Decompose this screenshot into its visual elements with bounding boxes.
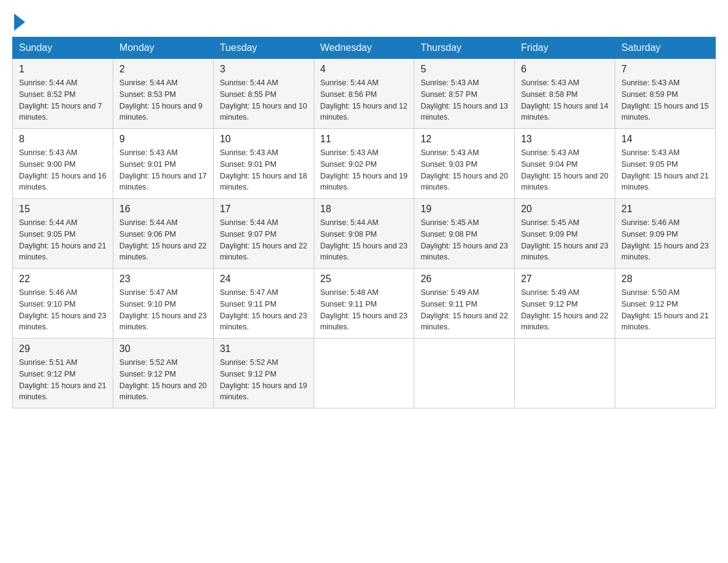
calendar-cell: 5 Sunrise: 5:43 AM Sunset: 8:57 PM Dayli…	[414, 59, 515, 129]
weekday-header-sunday: Sunday	[13, 37, 113, 59]
day-info: Sunrise: 5:43 AM Sunset: 9:03 PM Dayligh…	[420, 147, 508, 193]
day-info: Sunrise: 5:44 AM Sunset: 9:05 PM Dayligh…	[19, 217, 107, 263]
day-number: 12	[420, 134, 508, 145]
calendar-cell	[515, 339, 615, 408]
day-number: 5	[420, 64, 508, 75]
day-info: Sunrise: 5:43 AM Sunset: 8:58 PM Dayligh…	[521, 77, 609, 123]
day-number: 30	[119, 343, 207, 354]
day-info: Sunrise: 5:43 AM Sunset: 9:05 PM Dayligh…	[621, 147, 709, 193]
calendar-cell: 29 Sunrise: 5:51 AM Sunset: 9:12 PM Dayl…	[13, 339, 113, 408]
calendar-cell	[615, 339, 716, 408]
calendar-cell	[314, 339, 414, 408]
calendar-cell: 7 Sunrise: 5:43 AM Sunset: 8:59 PM Dayli…	[615, 59, 716, 129]
calendar-cell: 22 Sunrise: 5:46 AM Sunset: 9:10 PM Dayl…	[13, 269, 113, 339]
day-info: Sunrise: 5:43 AM Sunset: 8:59 PM Dayligh…	[621, 77, 709, 123]
day-number: 20	[521, 204, 609, 215]
day-info: Sunrise: 5:44 AM Sunset: 8:56 PM Dayligh…	[320, 77, 408, 123]
calendar-cell: 25 Sunrise: 5:48 AM Sunset: 9:11 PM Dayl…	[314, 269, 414, 339]
calendar-cell: 23 Sunrise: 5:47 AM Sunset: 9:10 PM Dayl…	[113, 269, 213, 339]
day-number: 24	[220, 274, 308, 285]
day-number: 14	[621, 134, 709, 145]
calendar-cell: 27 Sunrise: 5:49 AM Sunset: 9:12 PM Dayl…	[515, 269, 615, 339]
calendar-cell: 1 Sunrise: 5:44 AM Sunset: 8:52 PM Dayli…	[13, 59, 113, 129]
day-number: 23	[119, 274, 207, 285]
day-info: Sunrise: 5:49 AM Sunset: 9:12 PM Dayligh…	[521, 287, 609, 333]
day-number: 9	[119, 134, 207, 145]
day-info: Sunrise: 5:47 AM Sunset: 9:11 PM Dayligh…	[220, 287, 308, 333]
day-number: 18	[320, 204, 408, 215]
day-info: Sunrise: 5:48 AM Sunset: 9:11 PM Dayligh…	[320, 287, 408, 333]
day-info: Sunrise: 5:52 AM Sunset: 9:12 PM Dayligh…	[220, 357, 308, 403]
calendar-cell: 11 Sunrise: 5:43 AM Sunset: 9:02 PM Dayl…	[314, 129, 414, 199]
day-info: Sunrise: 5:50 AM Sunset: 9:12 PM Dayligh…	[621, 287, 709, 333]
day-info: Sunrise: 5:47 AM Sunset: 9:10 PM Dayligh…	[119, 287, 207, 333]
calendar-cell: 20 Sunrise: 5:45 AM Sunset: 9:09 PM Dayl…	[515, 199, 615, 269]
day-info: Sunrise: 5:45 AM Sunset: 9:08 PM Dayligh…	[420, 217, 508, 263]
day-number: 29	[19, 343, 107, 354]
day-number: 8	[19, 134, 107, 145]
calendar-cell: 21 Sunrise: 5:46 AM Sunset: 9:09 PM Dayl…	[615, 199, 716, 269]
calendar-week-row: 29 Sunrise: 5:51 AM Sunset: 9:12 PM Dayl…	[13, 339, 716, 408]
day-info: Sunrise: 5:44 AM Sunset: 9:06 PM Dayligh…	[119, 217, 207, 263]
logo	[12, 12, 25, 31]
day-number: 16	[119, 204, 207, 215]
day-number: 19	[420, 204, 508, 215]
day-info: Sunrise: 5:44 AM Sunset: 9:07 PM Dayligh…	[220, 217, 308, 263]
day-number: 31	[220, 343, 308, 354]
day-info: Sunrise: 5:45 AM Sunset: 9:09 PM Dayligh…	[521, 217, 609, 263]
calendar-cell: 19 Sunrise: 5:45 AM Sunset: 9:08 PM Dayl…	[414, 199, 515, 269]
day-info: Sunrise: 5:43 AM Sunset: 8:57 PM Dayligh…	[420, 77, 508, 123]
weekday-header-tuesday: Tuesday	[213, 37, 314, 59]
day-number: 1	[19, 64, 107, 75]
calendar-cell: 28 Sunrise: 5:50 AM Sunset: 9:12 PM Dayl…	[615, 269, 716, 339]
day-number: 28	[621, 274, 709, 285]
day-number: 15	[19, 204, 107, 215]
day-info: Sunrise: 5:52 AM Sunset: 9:12 PM Dayligh…	[119, 357, 207, 403]
calendar-cell: 4 Sunrise: 5:44 AM Sunset: 8:56 PM Dayli…	[314, 59, 414, 129]
calendar-cell: 13 Sunrise: 5:43 AM Sunset: 9:04 PM Dayl…	[515, 129, 615, 199]
calendar-cell: 17 Sunrise: 5:44 AM Sunset: 9:07 PM Dayl…	[213, 199, 314, 269]
day-number: 4	[320, 64, 408, 75]
day-number: 21	[621, 204, 709, 215]
calendar-cell: 31 Sunrise: 5:52 AM Sunset: 9:12 PM Dayl…	[213, 339, 314, 408]
weekday-header-thursday: Thursday	[414, 37, 515, 59]
calendar-week-row: 15 Sunrise: 5:44 AM Sunset: 9:05 PM Dayl…	[13, 199, 716, 269]
weekday-header-row: SundayMondayTuesdayWednesdayThursdayFrid…	[13, 37, 716, 59]
calendar-week-row: 8 Sunrise: 5:43 AM Sunset: 9:00 PM Dayli…	[13, 129, 716, 199]
calendar-cell	[414, 339, 515, 408]
day-number: 10	[220, 134, 308, 145]
calendar-cell: 18 Sunrise: 5:44 AM Sunset: 9:08 PM Dayl…	[314, 199, 414, 269]
day-info: Sunrise: 5:51 AM Sunset: 9:12 PM Dayligh…	[19, 357, 107, 403]
calendar-week-row: 1 Sunrise: 5:44 AM Sunset: 8:52 PM Dayli…	[13, 59, 716, 129]
calendar-cell: 3 Sunrise: 5:44 AM Sunset: 8:55 PM Dayli…	[213, 59, 314, 129]
day-info: Sunrise: 5:43 AM Sunset: 9:00 PM Dayligh…	[19, 147, 107, 193]
day-number: 17	[220, 204, 308, 215]
calendar-cell: 26 Sunrise: 5:49 AM Sunset: 9:11 PM Dayl…	[414, 269, 515, 339]
day-number: 22	[19, 274, 107, 285]
day-info: Sunrise: 5:44 AM Sunset: 8:52 PM Dayligh…	[19, 77, 107, 123]
day-info: Sunrise: 5:43 AM Sunset: 9:02 PM Dayligh…	[320, 147, 408, 193]
day-info: Sunrise: 5:43 AM Sunset: 9:04 PM Dayligh…	[521, 147, 609, 193]
day-number: 11	[320, 134, 408, 145]
day-number: 2	[119, 64, 207, 75]
weekday-header-saturday: Saturday	[615, 37, 716, 59]
day-number: 26	[420, 274, 508, 285]
calendar-cell: 12 Sunrise: 5:43 AM Sunset: 9:03 PM Dayl…	[414, 129, 515, 199]
calendar-cell: 24 Sunrise: 5:47 AM Sunset: 9:11 PM Dayl…	[213, 269, 314, 339]
calendar-table: SundayMondayTuesdayWednesdayThursdayFrid…	[12, 37, 716, 408]
calendar-cell: 15 Sunrise: 5:44 AM Sunset: 9:05 PM Dayl…	[13, 199, 113, 269]
weekday-header-friday: Friday	[515, 37, 615, 59]
day-number: 13	[521, 134, 609, 145]
calendar-cell: 16 Sunrise: 5:44 AM Sunset: 9:06 PM Dayl…	[113, 199, 213, 269]
day-number: 7	[621, 64, 709, 75]
day-info: Sunrise: 5:43 AM Sunset: 9:01 PM Dayligh…	[119, 147, 207, 193]
day-info: Sunrise: 5:46 AM Sunset: 9:09 PM Dayligh…	[621, 217, 709, 263]
day-number: 3	[220, 64, 308, 75]
day-info: Sunrise: 5:44 AM Sunset: 8:55 PM Dayligh…	[220, 77, 308, 123]
calendar-week-row: 22 Sunrise: 5:46 AM Sunset: 9:10 PM Dayl…	[13, 269, 716, 339]
calendar-cell: 30 Sunrise: 5:52 AM Sunset: 9:12 PM Dayl…	[113, 339, 213, 408]
calendar-cell: 6 Sunrise: 5:43 AM Sunset: 8:58 PM Dayli…	[515, 59, 615, 129]
day-info: Sunrise: 5:49 AM Sunset: 9:11 PM Dayligh…	[420, 287, 508, 333]
logo-arrow-icon	[14, 13, 25, 31]
day-info: Sunrise: 5:46 AM Sunset: 9:10 PM Dayligh…	[19, 287, 107, 333]
